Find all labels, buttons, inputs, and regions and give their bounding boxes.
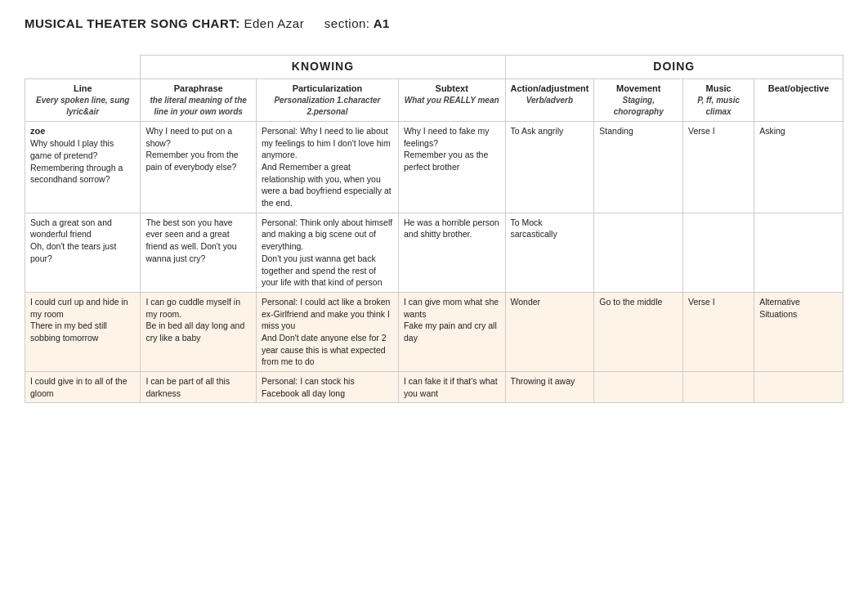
col-subheader-particularization: Personalization 1.character 2.personal xyxy=(262,95,393,118)
cell-music xyxy=(683,372,754,403)
cell-paraphrase: Why I need to put on a show? Remember yo… xyxy=(141,121,256,213)
title-section-value: A1 xyxy=(374,16,390,30)
cell-action: To Mock sarcastically xyxy=(505,213,594,292)
header-empty-1 xyxy=(25,56,141,79)
col-subheader-action: Verb/adverb xyxy=(511,95,589,106)
cell-beat xyxy=(754,372,843,403)
col-header-movement: Movement Staging, chorography xyxy=(594,78,683,121)
cell-movement xyxy=(594,372,683,403)
cell-music: Verse I xyxy=(683,121,754,213)
cell-music xyxy=(683,213,754,292)
table-row: zoeWhy should I play this game of preten… xyxy=(25,121,843,213)
col-header-music: Music P, ff, music climax xyxy=(683,78,754,121)
table-row: I could give in to all of the gloomI can… xyxy=(25,372,843,403)
table-row: I could curl up and hide in my room Ther… xyxy=(25,292,843,371)
table-row: Such a great son and wonderful friend Oh… xyxy=(25,213,843,292)
col-subheader-music: P, ff, music climax xyxy=(688,95,749,118)
title-section-label: section: xyxy=(324,16,370,30)
col-header-line: Line Every spoken line, sung lyric&air xyxy=(25,78,141,121)
cell-movement: Go to the middle xyxy=(594,292,683,371)
cell-line: zoeWhy should I play this game of preten… xyxy=(25,121,141,213)
cell-paraphrase: I can be part of all this darkness xyxy=(141,372,256,403)
cell-line: I could curl up and hide in my room Ther… xyxy=(25,292,141,371)
header-knowing: KNOWING xyxy=(141,56,505,79)
title-prefix: MUSICAL THEATER SONG CHART: xyxy=(25,16,240,30)
cell-particularization: Personal: Think only about himself and m… xyxy=(256,213,398,292)
cell-beat: Asking xyxy=(754,121,843,213)
cell-movement xyxy=(594,213,683,292)
cell-particularization: Personal: I could act like a broken ex-G… xyxy=(256,292,398,371)
cell-line: I could give in to all of the gloom xyxy=(25,372,141,403)
col-subheader-movement: Staging, chorography xyxy=(599,95,678,118)
col-subheader-paraphrase: the literal meaning of the line in your … xyxy=(145,95,250,118)
col-header-subtext: Subtext What you REALLY mean xyxy=(398,78,505,121)
cell-beat: Alternative Situations xyxy=(754,292,843,371)
cell-action: Throwing it away xyxy=(505,372,594,403)
title-name: Eden Azar xyxy=(244,16,304,30)
song-chart-table: KNOWING DOING Line Every spoken line, su… xyxy=(25,55,843,403)
col-subheader-subtext: What you REALLY mean xyxy=(404,95,500,106)
col-header-beat: Beat/objective xyxy=(754,78,843,121)
col-header-paraphrase: Paraphrase the literal meaning of the li… xyxy=(141,78,256,121)
cell-line: Such a great son and wonderful friend Oh… xyxy=(25,213,141,292)
cell-paraphrase: I can go cuddle myself in my room. Be in… xyxy=(141,292,256,371)
cell-particularization: Personal: I can stock his Facebook all d… xyxy=(256,372,398,403)
cell-action: To Ask angrily xyxy=(505,121,594,213)
page-title: MUSICAL THEATER SONG CHART: Eden Azar se… xyxy=(25,16,843,30)
cell-subtext: I can give mom what she wants Fake my pa… xyxy=(398,292,505,371)
cell-subtext: Why I need to fake my feelings? Remember… xyxy=(398,121,505,213)
col-header-action: Action/adjustment Verb/adverb xyxy=(505,78,594,121)
cell-particularization: Personal: Why I need to lie about my fee… xyxy=(256,121,398,213)
col-header-particularization: Particularization Personalization 1.char… xyxy=(256,78,398,121)
cell-subtext: He was a horrible person and shitty brot… xyxy=(398,213,505,292)
cell-paraphrase: The best son you have ever seen and a gr… xyxy=(141,213,256,292)
header-doing: DOING xyxy=(505,56,843,79)
cell-movement: Standing xyxy=(594,121,683,213)
col-subheader-line: Every spoken line, sung lyric&air xyxy=(30,95,135,118)
cell-music: Verse I xyxy=(683,292,754,371)
cell-action: Wonder xyxy=(505,292,594,371)
cell-beat xyxy=(754,213,843,292)
cell-subtext: I can fake it if that's what you want xyxy=(398,372,505,403)
